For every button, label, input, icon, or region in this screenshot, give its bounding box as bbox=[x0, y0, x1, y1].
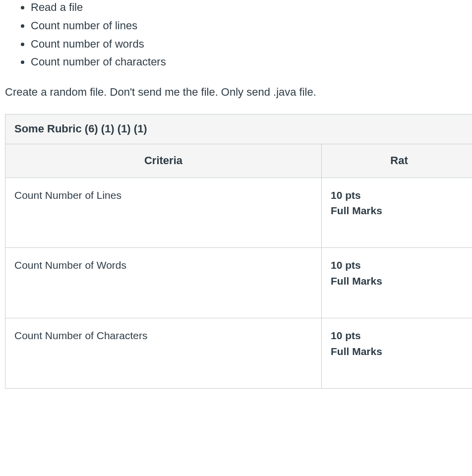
rating-label: Full Marks bbox=[331, 203, 468, 218]
rating-cell: 10 pts Full Marks bbox=[322, 318, 472, 389]
rating-label: Full Marks bbox=[331, 344, 468, 358]
rubric-title: Some Rubric (6) (1) (1) (1) bbox=[5, 114, 472, 144]
rating-points: 10 pts bbox=[331, 328, 468, 343]
rubric-title-row: Some Rubric (6) (1) (1) (1) bbox=[5, 114, 472, 144]
instruction-text: Create a random file. Don't send me the … bbox=[5, 85, 472, 100]
list-item: Count number of characters bbox=[31, 55, 472, 70]
criteria-cell: Count Number of Characters bbox=[5, 318, 322, 389]
rating-points: 10 pts bbox=[331, 188, 468, 202]
rating-points: 10 pts bbox=[331, 258, 468, 272]
rubric-table: Some Rubric (6) (1) (1) (1) Criteria Rat… bbox=[5, 114, 472, 389]
criteria-cell: Count Number of Lines bbox=[5, 178, 322, 248]
rating-label: Full Marks bbox=[331, 274, 468, 288]
ratings-header: Rat bbox=[322, 144, 472, 178]
criteria-cell: Count Number of Words bbox=[5, 248, 322, 318]
rubric-header-row: Criteria Rat bbox=[5, 144, 472, 178]
rating-cell: 10 pts Full Marks bbox=[322, 248, 472, 318]
list-item: Read a file bbox=[31, 0, 472, 15]
table-row: Count Number of Characters 10 pts Full M… bbox=[5, 318, 472, 389]
list-item: Count number of lines bbox=[31, 18, 472, 34]
table-row: Count Number of Words 10 pts Full Marks bbox=[5, 248, 472, 318]
table-row: Count Number of Lines 10 pts Full Marks bbox=[5, 178, 472, 248]
criteria-header: Criteria bbox=[5, 144, 322, 178]
list-item: Count number of words bbox=[31, 37, 472, 52]
requirements-list: Read a file Count number of lines Count … bbox=[0, 0, 472, 70]
rating-cell: 10 pts Full Marks bbox=[322, 178, 472, 248]
